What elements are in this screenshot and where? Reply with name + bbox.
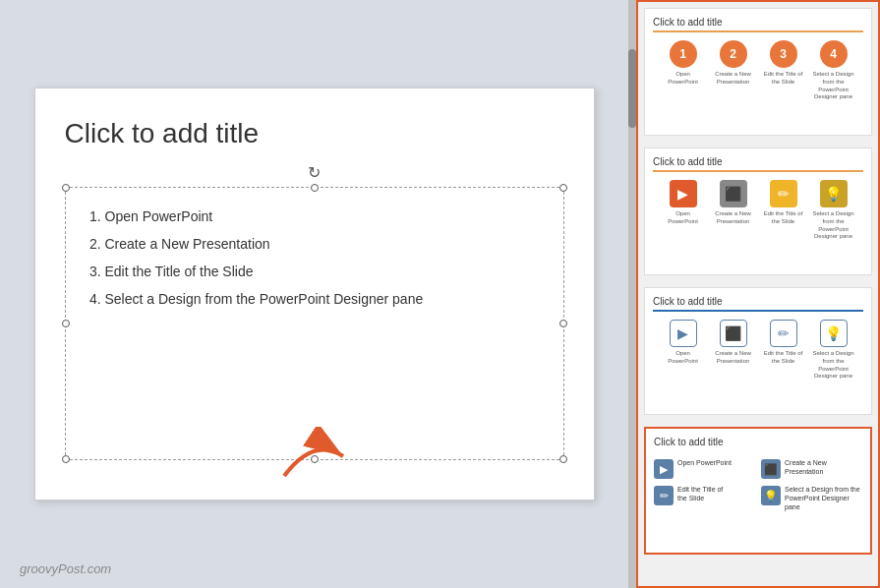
color-icon-1: ▶ [670, 180, 697, 207]
icon-label: Select a Designfrom thePowerPointDesigne… [812, 210, 853, 241]
icon-item: ▶ OpenPowerPoint [661, 180, 705, 241]
icon-label: Create a NewPresentation [715, 350, 751, 366]
icon-item: 2 Create a NewPresentation [711, 40, 755, 101]
color-icon-4: 💡 [820, 180, 848, 207]
list-item: Edit the Title of the Slide [105, 258, 544, 285]
scrollbar-thumb[interactable] [628, 49, 636, 128]
handle-tl[interactable] [62, 184, 70, 192]
grid-icon-2: ⬛ [761, 459, 781, 479]
slide-thumb-1[interactable]: Click to add title 1 OpenPowerPoint 2 Cr… [644, 8, 872, 136]
icon-label: Create a NewPresentation [715, 210, 751, 226]
circle-icon-4: 4 [820, 40, 848, 68]
outline-icon-4: 💡 [820, 320, 848, 347]
arrow-icon [274, 427, 353, 486]
icon-label: Edit the Title ofthe Slide [764, 350, 803, 366]
thumb-2-title: Click to add title [653, 156, 863, 172]
thumb-1-icons: 1 OpenPowerPoint 2 Create a NewPresentat… [653, 40, 863, 101]
icon-item: 4 Select a Designfrom thePowerPointDesig… [811, 40, 855, 101]
color-icon-2: ⬛ [720, 180, 747, 207]
grid-text-4: Select a Design from thePowerPoint Desig… [785, 485, 860, 511]
list-item: Create a New Presentation [105, 230, 544, 258]
scrollbar[interactable] [628, 0, 636, 588]
color-icon-3: ✏ [770, 180, 797, 207]
thumb-2-icons: ▶ OpenPowerPoint ⬛ Create a NewPresentat… [653, 180, 863, 241]
outline-icon-1: ▶ [670, 320, 697, 347]
outline-icon-3: ✏ [770, 320, 797, 347]
icon-label: OpenPowerPoint [668, 210, 698, 226]
grid-icon-1: ▶ [654, 459, 674, 479]
icon-item: ⬛ Create a NewPresentation [711, 320, 755, 381]
icon-item: 💡 Select a Designfrom thePowerPointDesig… [811, 320, 855, 381]
thumb-1-title: Click to add title [653, 17, 863, 32]
grid-item-4: 💡 Select a Design from thePowerPoint Des… [761, 485, 862, 511]
thumb-4-title: Click to add title [654, 437, 862, 450]
grid-text-1: Open PowerPoint [677, 458, 732, 467]
circle-icon-1: 1 [670, 40, 697, 68]
thumb-3-title: Click to add title [653, 296, 863, 312]
list-item: Select a Design from the PowerPoint Desi… [105, 285, 544, 313]
icon-item: 💡 Select a Designfrom thePowerPointDesig… [811, 180, 855, 241]
slide-content-box[interactable]: ↻ Open PowerPoint Create a New Presentat… [65, 187, 564, 460]
brand-text: groovyPost.com [20, 561, 111, 576]
icon-label: Edit the Title ofthe Slide [764, 210, 803, 226]
icon-item: 3 Edit the Title ofthe Slide [761, 40, 805, 101]
grid-text-3: Edit the Title ofthe Slide [677, 485, 723, 502]
arrow-container [274, 427, 353, 490]
thumb-4-grid: ▶ Open PowerPoint ⬛ Create a NewPresenta… [654, 458, 862, 511]
icon-item: ✏ Edit the Title ofthe Slide [761, 180, 805, 241]
grid-item-2: ⬛ Create a NewPresentation [761, 458, 862, 479]
handle-tc[interactable] [311, 184, 319, 192]
main-area: Click to add title ↻ Open PowerPoint Cre… [0, 0, 628, 588]
handle-ml[interactable] [62, 320, 70, 327]
icon-label: OpenPowerPoint [668, 350, 698, 366]
slide-thumb-3[interactable]: Click to add title ▶ OpenPowerPoint ⬛ Cr… [644, 287, 872, 415]
grid-text-2: Create a NewPresentation [785, 458, 827, 476]
slide-list: Open PowerPoint Create a New Presentatio… [86, 203, 544, 313]
slide-thumb-4[interactable]: Click to add title ▶ Open PowerPoint ⬛ C… [644, 427, 872, 555]
grid-icon-4: 💡 [761, 486, 781, 505]
icon-label: Select a Designfrom thePowerPointDesigne… [812, 350, 853, 381]
grid-item-1: ▶ Open PowerPoint [654, 458, 755, 479]
grid-icon-3: ✏ [654, 486, 674, 505]
right-panel: Click to add title 1 OpenPowerPoint 2 Cr… [636, 0, 880, 588]
handle-tr[interactable] [559, 184, 567, 192]
slide-thumb-2[interactable]: Click to add title ▶ OpenPowerPoint ⬛ Cr… [644, 147, 872, 275]
icon-label: OpenPowerPoint [668, 71, 698, 87]
icon-item: ▶ OpenPowerPoint [661, 320, 705, 381]
handle-mr[interactable] [559, 320, 567, 327]
list-item: Open PowerPoint [105, 203, 544, 230]
outline-icon-2: ⬛ [720, 320, 747, 347]
circle-icon-2: 2 [720, 40, 747, 68]
icon-label: Select a Designfrom thePowerPointDesigne… [812, 71, 853, 101]
icon-item: ✏ Edit the Title ofthe Slide [761, 320, 805, 381]
icon-label: Edit the Title ofthe Slide [764, 71, 803, 87]
icon-label: Create a NewPresentation [715, 71, 751, 87]
grid-item-3: ✏ Edit the Title ofthe Slide [654, 485, 755, 511]
rotate-handle[interactable]: ↻ [307, 163, 323, 179]
handle-bl[interactable] [62, 455, 70, 463]
slide-title[interactable]: Click to add title [65, 118, 564, 149]
icon-item: 1 OpenPowerPoint [661, 40, 705, 101]
circle-icon-3: 3 [770, 40, 797, 68]
handle-br[interactable] [559, 455, 567, 463]
thumb-3-icons: ▶ OpenPowerPoint ⬛ Create a NewPresentat… [653, 320, 863, 381]
icon-item: ⬛ Create a NewPresentation [711, 180, 755, 241]
